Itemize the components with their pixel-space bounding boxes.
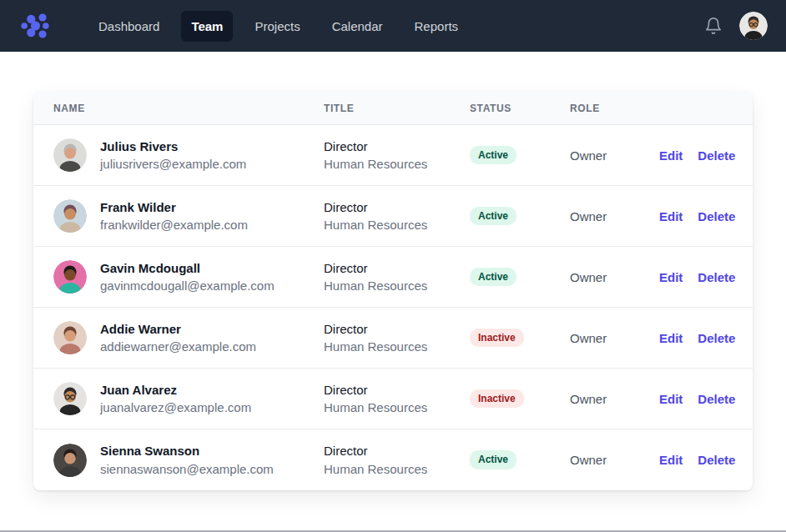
actions-cell: Edit Delete bbox=[659, 392, 753, 406]
job-title: Director bbox=[324, 199, 470, 216]
actions-cell: Edit Delete bbox=[659, 148, 753, 163]
column-header-status: Status bbox=[470, 103, 570, 114]
job-title: Director bbox=[324, 443, 470, 459]
member-text: Addie Warner addiewarner@example.com bbox=[100, 321, 256, 355]
status-cell: Inactive bbox=[470, 329, 570, 347]
role-cell: Owner bbox=[570, 392, 659, 406]
delete-link[interactable]: Delete bbox=[698, 331, 735, 345]
status-cell: Active bbox=[470, 450, 570, 469]
edit-link[interactable]: Edit bbox=[659, 209, 683, 223]
role-cell: Owner bbox=[570, 331, 659, 345]
table-row: Julius Rivers juliusrivers@example.com D… bbox=[33, 125, 753, 186]
member-text: Frank Wilder frankwilder@example.com bbox=[100, 199, 248, 233]
column-header-title: Title bbox=[324, 103, 470, 114]
member-name: Gavin Mcdougall bbox=[100, 260, 275, 277]
member-name: Addie Warner bbox=[100, 321, 256, 338]
job-department: Human Resources bbox=[324, 278, 470, 294]
delete-link[interactable]: Delete bbox=[698, 392, 735, 406]
logo-dots-icon bbox=[19, 10, 51, 42]
status-cell: Active bbox=[470, 146, 570, 164]
delete-link[interactable]: Delete bbox=[698, 148, 735, 163]
member-cell: Sienna Swanson siennaswanson@example.com bbox=[33, 443, 324, 477]
column-header-name: Name bbox=[33, 103, 324, 114]
table-header-row: Name Title Status Role bbox=[33, 92, 753, 125]
role-cell: Owner bbox=[570, 148, 659, 163]
status-cell: Active bbox=[470, 268, 570, 286]
actions-cell: Edit Delete bbox=[659, 331, 753, 345]
member-cell: Gavin Mcdougall gavinmcdougall@example.c… bbox=[33, 260, 324, 294]
actions-cell: Edit Delete bbox=[659, 270, 753, 284]
member-email: frankwilder@example.com bbox=[100, 217, 248, 233]
table-row: Gavin Mcdougall gavinmcdougall@example.c… bbox=[33, 247, 753, 308]
member-avatar bbox=[53, 444, 87, 477]
team-table-card: Name Title Status Role Julius Rivers jul… bbox=[33, 92, 753, 490]
member-email: addiewarner@example.com bbox=[100, 339, 256, 355]
nav-item-team[interactable]: Team bbox=[181, 11, 233, 42]
edit-link[interactable]: Edit bbox=[659, 270, 683, 284]
table-row: Juan Alvarez juanalvarez@example.com Dir… bbox=[33, 369, 753, 429]
team-table-body: Julius Rivers juliusrivers@example.com D… bbox=[33, 125, 753, 490]
nav-item-projects[interactable]: Projects bbox=[244, 11, 310, 42]
bell-icon bbox=[704, 17, 723, 35]
member-cell: Juan Alvarez juanalvarez@example.com bbox=[33, 382, 324, 416]
member-avatar bbox=[53, 382, 87, 415]
job-department: Human Resources bbox=[324, 156, 470, 173]
notifications-button[interactable] bbox=[703, 15, 724, 37]
status-badge: Active bbox=[470, 450, 516, 469]
member-email: juliusrivers@example.com bbox=[100, 156, 246, 173]
edit-link[interactable]: Edit bbox=[659, 331, 683, 345]
status-badge: Inactive bbox=[470, 329, 524, 347]
job-department: Human Resources bbox=[324, 339, 470, 355]
nav-item-calendar[interactable]: Calendar bbox=[322, 11, 393, 42]
member-email: siennaswanson@example.com bbox=[100, 461, 274, 478]
job-title: Director bbox=[324, 260, 470, 277]
member-name: Frank Wilder bbox=[100, 199, 248, 216]
status-badge: Active bbox=[470, 268, 516, 286]
member-text: Gavin Mcdougall gavinmcdougall@example.c… bbox=[100, 260, 275, 294]
status-cell: Active bbox=[470, 207, 570, 225]
status-cell: Inactive bbox=[470, 389, 570, 408]
member-cell: Addie Warner addiewarner@example.com bbox=[33, 321, 324, 355]
nav-links: DashboardTeamProjectsCalendarReports bbox=[88, 11, 703, 42]
member-text: Sienna Swanson siennaswanson@example.com bbox=[100, 443, 274, 477]
title-cell: Director Human Resources bbox=[324, 382, 470, 416]
member-email: juanalvarez@example.com bbox=[100, 399, 251, 416]
edit-link[interactable]: Edit bbox=[659, 148, 683, 163]
job-department: Human Resources bbox=[324, 217, 470, 233]
member-name: Julius Rivers bbox=[100, 138, 246, 155]
status-badge: Active bbox=[470, 146, 516, 164]
app-logo-icon[interactable] bbox=[18, 9, 52, 43]
member-avatar bbox=[53, 199, 87, 233]
nav-right bbox=[703, 12, 768, 40]
nav-item-dashboard[interactable]: Dashboard bbox=[88, 11, 169, 42]
user-avatar[interactable] bbox=[739, 12, 768, 40]
title-cell: Director Human Resources bbox=[324, 260, 470, 294]
member-cell: Frank Wilder frankwilder@example.com bbox=[33, 199, 324, 233]
edit-link[interactable]: Edit bbox=[659, 392, 683, 406]
member-avatar bbox=[53, 260, 87, 294]
delete-link[interactable]: Delete bbox=[698, 270, 735, 284]
table-row: Addie Warner addiewarner@example.com Dir… bbox=[33, 308, 753, 369]
status-badge: Inactive bbox=[470, 389, 524, 408]
job-title: Director bbox=[324, 382, 470, 399]
actions-cell: Edit Delete bbox=[659, 453, 753, 467]
member-text: Juan Alvarez juanalvarez@example.com bbox=[100, 382, 251, 416]
role-cell: Owner bbox=[570, 453, 659, 467]
delete-link[interactable]: Delete bbox=[698, 453, 735, 467]
table-row: Sienna Swanson siennaswanson@example.com… bbox=[33, 429, 753, 490]
member-avatar bbox=[53, 138, 87, 172]
table-row: Frank Wilder frankwilder@example.com Dir… bbox=[33, 186, 753, 247]
edit-link[interactable]: Edit bbox=[659, 453, 683, 467]
status-badge: Active bbox=[470, 207, 516, 225]
job-title: Director bbox=[324, 321, 470, 338]
role-cell: Owner bbox=[570, 209, 659, 223]
role-cell: Owner bbox=[570, 270, 659, 284]
delete-link[interactable]: Delete bbox=[698, 209, 735, 223]
job-department: Human Resources bbox=[324, 399, 470, 416]
title-cell: Director Human Resources bbox=[324, 443, 470, 477]
member-name: Sienna Swanson bbox=[100, 443, 274, 459]
actions-cell: Edit Delete bbox=[659, 209, 753, 223]
member-avatar bbox=[53, 321, 87, 354]
job-title: Director bbox=[324, 138, 470, 155]
nav-item-reports[interactable]: Reports bbox=[405, 11, 469, 42]
